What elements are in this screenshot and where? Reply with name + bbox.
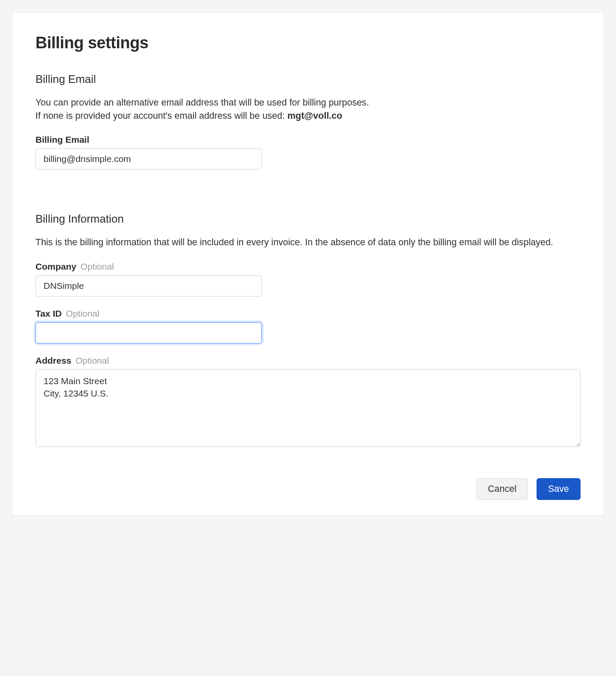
address-label: Address Optional — [35, 356, 581, 366]
billing-email-label: Billing Email — [35, 135, 581, 145]
tax-id-optional-tag: Optional — [66, 309, 99, 318]
billing-email-description-line2-prefix: If none is provided your account's email… — [35, 111, 287, 121]
billing-info-heading: Billing Information — [35, 212, 581, 226]
tax-id-input[interactable] — [35, 322, 262, 344]
billing-email-field-group: Billing Email — [35, 135, 581, 170]
cancel-button[interactable]: Cancel — [476, 478, 528, 500]
address-label-text: Address — [35, 356, 71, 365]
company-optional-tag: Optional — [81, 262, 114, 271]
company-label: Company Optional — [35, 262, 581, 272]
billing-email-description: You can provide an alternative email add… — [35, 96, 581, 123]
address-field-group: Address Optional — [35, 356, 581, 449]
company-field-group: Company Optional — [35, 262, 581, 297]
address-optional-tag: Optional — [76, 356, 109, 365]
button-row: Cancel Save — [35, 478, 581, 500]
billing-info-description: This is the billing information that wil… — [35, 236, 581, 249]
tax-id-field-group: Tax ID Optional — [35, 309, 581, 344]
account-email: mgt@voll.co — [287, 111, 342, 121]
tax-id-label-text: Tax ID — [35, 309, 62, 318]
tax-id-label: Tax ID Optional — [35, 309, 581, 319]
address-textarea[interactable] — [35, 369, 581, 447]
billing-settings-card: Billing settings Billing Email You can p… — [12, 12, 604, 516]
company-input[interactable] — [35, 275, 262, 297]
page-title: Billing settings — [35, 34, 581, 52]
billing-email-input[interactable] — [35, 148, 262, 170]
save-button[interactable]: Save — [537, 478, 581, 500]
billing-email-description-line1: You can provide an alternative email add… — [35, 97, 369, 108]
company-label-text: Company — [35, 262, 76, 271]
billing-email-heading: Billing Email — [35, 73, 581, 86]
